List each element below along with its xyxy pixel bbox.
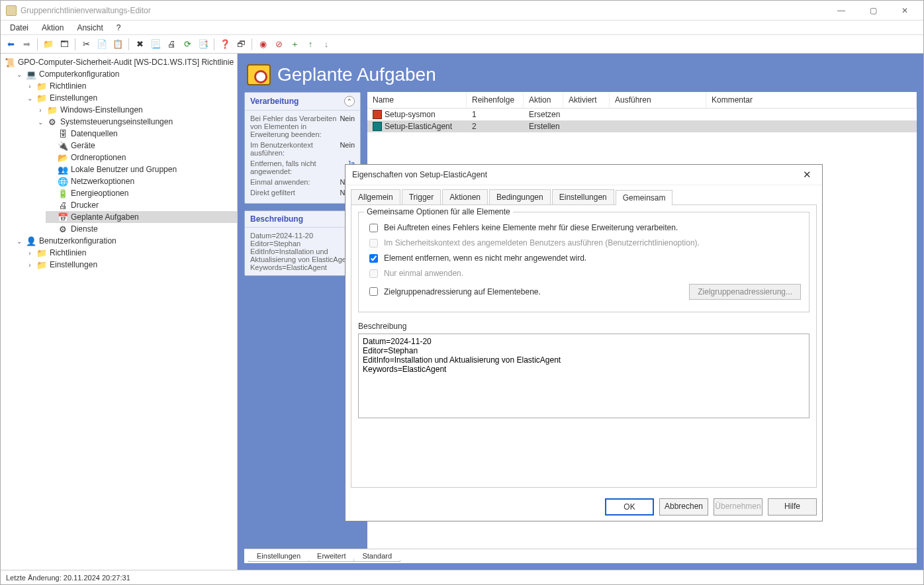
tree-computer-config[interactable]: ⌄ 💻 Computerkonfiguration (14, 68, 237, 80)
tree-sys-einst[interactable]: ⌄ ⚙ Systemsteuerungseinstellungen (35, 116, 237, 128)
forward-icon[interactable]: ➡ (19, 37, 34, 52)
delete-icon[interactable]: ✖ (132, 37, 147, 52)
up-icon[interactable]: 📁 (41, 37, 56, 52)
tab-erweitert[interactable]: Erweitert (308, 551, 354, 562)
toolbar: ⬅ ➡ 📁 🗔 ✂ 📄 📋 ✖ 📃 🖨 ⟳ 📑 ❓ 🗗 ◉ ⊘ ＋ ↑ ↓ (1, 35, 923, 54)
record-icon[interactable]: ◉ (255, 37, 270, 52)
tree-ordneroptionen[interactable]: 📂Ordneroptionen (46, 152, 237, 163)
export-icon[interactable]: 📑 (196, 37, 210, 52)
grey-down-icon[interactable]: ↓ (319, 37, 334, 52)
tree-drucker[interactable]: 🖨Drucker (46, 199, 237, 211)
tree-benutzer-config[interactable]: ⌄ 👤 Benutzerkonfiguration (14, 235, 237, 247)
menu-file[interactable]: Datei (5, 22, 34, 34)
table-row[interactable]: Setup-sysmon 1 Ersetzen (367, 109, 917, 120)
network-icon: 🌐 (58, 176, 68, 187)
checkbox-item-targeting[interactable] (369, 287, 378, 296)
col-action[interactable]: Aktion (524, 92, 563, 108)
menu-view[interactable]: Ansicht (71, 22, 108, 34)
col-order[interactable]: Reihenfolge (467, 92, 524, 108)
targeting-button: Zielgruppenadressierung... (689, 284, 801, 300)
tree-dienste[interactable]: ⚙Dienste (46, 223, 237, 235)
folder-icon: 📁 (36, 81, 47, 91)
policy-icon: 📜 (5, 57, 15, 68)
titlebar: Gruppenrichtlinienverwaltungs-Editor — ▢… (1, 1, 923, 21)
tree-root[interactable]: 📜 GPO-Computer-Sicherheit-Audit [WS-DC1.… (3, 56, 237, 68)
fieldset-legend: Gemeinsame Optionen für alle Elemente (364, 207, 513, 216)
folder-options-icon: 📂 (58, 152, 68, 163)
table-row[interactable]: Setup-ElasticAgent 2 Erstellen (367, 120, 917, 132)
tree-windows-einst[interactable]: › 📁 Windows-Einstellungen (35, 104, 237, 116)
tree-netzwerk[interactable]: 🌐Netzwerkoptionen (46, 175, 237, 187)
stop-icon[interactable]: ⊘ (271, 37, 286, 52)
menu-help[interactable]: ? (111, 22, 126, 34)
col-name[interactable]: Name (367, 92, 467, 108)
proc-ctx-label: Im Benutzerkontext ausführen: (250, 141, 340, 157)
col-comment[interactable]: Kommentar (706, 92, 917, 108)
window-title: Gruppenrichtlinienverwaltungs-Editor (21, 6, 151, 15)
label-apply-once: Nur einmal anwenden. (384, 269, 801, 278)
green-up-icon[interactable]: ↑ (303, 37, 318, 52)
help-icon[interactable]: ❓ (218, 37, 232, 52)
chevron-right-icon: › (26, 83, 34, 90)
toggle-pane-icon[interactable]: 🗔 (57, 37, 71, 52)
print-icon[interactable]: 🖨 (164, 37, 179, 52)
properties-icon[interactable]: 📃 (148, 37, 163, 52)
close-button[interactable]: ✕ (892, 3, 918, 19)
tree-label: Einstellungen (50, 260, 97, 269)
computer-icon: 💻 (26, 69, 36, 79)
cell-action: Erstellen (524, 120, 563, 132)
back-icon[interactable]: ⬅ (3, 37, 18, 52)
tree-label: Geräte (71, 141, 95, 150)
dialog-body: Gemeinsame Optionen für alle Elemente Be… (351, 204, 817, 488)
menu-action[interactable]: Aktion (36, 22, 69, 34)
tree-benutzer-einstellungen[interactable]: ›📁Einstellungen (24, 259, 237, 271)
printer-icon: 🖨 (58, 200, 68, 210)
description-textarea[interactable] (358, 334, 809, 418)
tree-geraete[interactable]: 🔌Geräte (46, 140, 237, 152)
tab-allgemein[interactable]: Allgemein (351, 189, 400, 204)
copy-icon[interactable]: 📄 (95, 37, 109, 52)
close-icon[interactable]: ✕ (798, 169, 815, 181)
folder-icon: 📁 (36, 93, 47, 103)
minimize-button[interactable]: — (828, 3, 855, 19)
bottom-tabs: Einstellungen Erweitert Standard (244, 549, 917, 563)
chevron-right-icon: › (36, 107, 44, 114)
paste-icon[interactable]: 📋 (111, 37, 125, 52)
tab-aktionen[interactable]: Aktionen (442, 189, 488, 204)
folder-icon: 📁 (36, 259, 47, 270)
tree-richtlinien[interactable]: › 📁 Richtlinien (24, 80, 237, 92)
maximize-button[interactable]: ▢ (860, 3, 886, 19)
tree-root-label: GPO-Computer-Sicherheit-Audit [WS-DC1.WS… (18, 58, 234, 67)
tree-datenquellen[interactable]: 🗄Datenquellen (46, 128, 237, 140)
description-body: Datum=2024-11-20 Editor=Stephan EditInfo… (245, 228, 360, 275)
scheduled-tasks-icon: 📅 (58, 212, 68, 222)
cancel-button[interactable]: Abbrechen (659, 498, 708, 516)
tree-geplante-aufgaben[interactable]: 📅Geplante Aufgaben (46, 211, 237, 223)
plus-icon[interactable]: ＋ (287, 37, 302, 52)
tab-gemeinsam[interactable]: Gemeinsam (616, 190, 673, 205)
tab-einstellungen[interactable]: Einstellungen (248, 551, 309, 562)
col-active[interactable]: Aktiviert (563, 92, 610, 108)
chevron-down-icon: ⌄ (15, 238, 23, 245)
tab-standard[interactable]: Standard (353, 551, 400, 562)
tree-benutzer-richtlinien[interactable]: ›📁Richtlinien (24, 247, 237, 259)
menubar: Datei Aktion Ansicht ? (1, 21, 923, 35)
tree-einstellungen[interactable]: ⌄ 📁 Einstellungen (24, 92, 237, 104)
app-icon (6, 5, 17, 16)
scheduled-tasks-large-icon (247, 64, 271, 85)
col-exec[interactable]: Ausführen (610, 92, 706, 108)
tab-trigger[interactable]: Trigger (402, 189, 441, 204)
cut-icon[interactable]: ✂ (79, 37, 93, 52)
tree-lokale-benutzer[interactable]: 👥Lokale Benutzer und Gruppen (46, 163, 237, 175)
ok-button[interactable]: OK (605, 498, 654, 516)
window-icon[interactable]: 🗗 (234, 37, 248, 52)
checkbox-remove-when-unapplied[interactable] (369, 254, 378, 263)
tab-einstellungen[interactable]: Einstellungen (552, 189, 614, 204)
help-button[interactable]: Hilfe (768, 498, 817, 516)
collapse-icon[interactable]: ⌃ (344, 96, 355, 107)
tree-energie[interactable]: 🔋Energieoptionen (46, 187, 237, 199)
task-icon (373, 122, 382, 131)
checkbox-stop-on-error[interactable] (369, 224, 378, 232)
refresh-icon[interactable]: ⟳ (180, 37, 195, 52)
tab-bedingungen[interactable]: Bedingungen (489, 189, 551, 204)
